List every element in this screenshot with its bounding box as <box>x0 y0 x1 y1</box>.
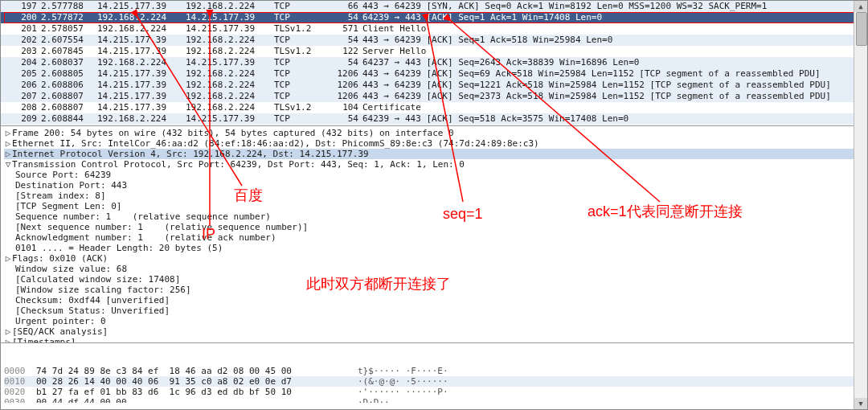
hex-offset: 0000 <box>4 366 36 376</box>
detail-srcport[interactable]: Source Port: 64239 <box>15 170 867 180</box>
col-time: 2.607554 <box>37 35 97 46</box>
detail-flags[interactable]: Flags: 0x010 (ACK) <box>12 253 867 264</box>
detail-seglen[interactable]: [TCP Segment Len: 0] <box>15 201 867 211</box>
packet-details-pane[interactable]: ▷Frame 200: 54 bytes on wire (432 bits),… <box>1 126 867 343</box>
col-time: 2.577872 <box>37 12 97 23</box>
col-destination: 192.168.2.224 <box>186 91 274 102</box>
scroll-down-arrow[interactable]: ▼ <box>854 398 867 403</box>
hex-bytes: b1 27 fa ef 01 bb 83 d6 1c 96 d3 ed db b… <box>36 387 358 397</box>
col-time: 2.607845 <box>37 46 97 57</box>
detail-urg[interactable]: Urgent pointer: 0 <box>15 316 867 326</box>
col-time: 2.608844 <box>37 113 97 125</box>
col-info: 64239 → 443 [ACK] Seq=1 Ack=1 Win=17408 … <box>358 12 867 23</box>
detail-tcp[interactable]: Transmission Control Protocol, Src Port:… <box>12 159 867 170</box>
col-no: 205 <box>1 68 37 80</box>
col-protocol: TCP <box>274 12 330 23</box>
col-no: 206 <box>1 80 37 91</box>
detail-nextseq[interactable]: [Next sequence number: 1 (relative seque… <box>15 222 867 232</box>
detail-cksum[interactable]: Checksum: 0xdf44 [unverified] <box>15 295 867 305</box>
hex-pane[interactable]: 000074 7d 24 89 8e c3 84 ef 18 46 aa d2 … <box>1 343 867 403</box>
col-length: 1206 <box>330 80 358 91</box>
col-destination: 192.168.2.224 <box>186 102 274 113</box>
col-no: 202 <box>1 35 37 46</box>
packet-row[interactable]: 2092.608844192.168.2.22414.215.177.39TCP… <box>1 113 867 125</box>
col-no: 203 <box>1 46 37 57</box>
detail-seqack[interactable]: [SEQ/ACK analysis] <box>12 326 867 337</box>
col-time: 2.578057 <box>37 23 97 35</box>
packet-row[interactable]: 2012.578057192.168.2.22414.215.177.39TLS… <box>1 23 867 35</box>
detail-ack[interactable]: Acknowledgment number: 1 (relative ack n… <box>15 232 867 243</box>
detail-eth[interactable]: Ethernet II, Src: IntelCor_46:aa:d2 (84:… <box>12 138 867 149</box>
packet-row[interactable]: 2022.60755414.215.177.39192.168.2.224TCP… <box>1 35 867 46</box>
hex-row[interactable]: 003000 44 df 44 00 00·D·D·· <box>4 397 864 403</box>
packet-row[interactable]: 2062.60880614.215.177.39192.168.2.224TCP… <box>1 80 867 91</box>
col-protocol: TLSv1.2 <box>274 102 330 113</box>
col-source: 14.215.177.39 <box>97 91 186 102</box>
detail-stream[interactable]: [Stream index: 8] <box>15 191 867 201</box>
detail-dstport[interactable]: Destination Port: 443 <box>15 180 867 191</box>
col-info: Server Hello <box>358 46 867 57</box>
packet-row[interactable]: 2002.577872192.168.2.22414.215.177.39TCP… <box>1 12 867 23</box>
wireshark-window: 1972.57778814.215.177.39192.168.2.224TCP… <box>0 0 868 410</box>
detail-calcwin[interactable]: [Calculated window size: 17408] <box>15 274 867 285</box>
detail-win[interactable]: Window size value: 68 <box>15 264 867 274</box>
col-length: 1206 <box>330 91 358 102</box>
detail-timestamps[interactable]: [Timestamps] <box>12 337 867 343</box>
packet-row[interactable]: 2082.60880714.215.177.39192.168.2.224TLS… <box>1 102 867 113</box>
packet-list-pane[interactable]: 1972.57778814.215.177.39192.168.2.224TCP… <box>1 1 867 126</box>
caret-icon[interactable]: ▷ <box>4 253 12 264</box>
col-no: 201 <box>1 23 37 35</box>
col-info: Client Hello <box>358 23 867 35</box>
col-time: 2.608806 <box>37 80 97 91</box>
col-time: 2.608807 <box>37 91 97 102</box>
hex-bytes: 00 28 26 14 40 00 40 06 91 35 c0 a8 02 e… <box>36 376 358 387</box>
hex-row[interactable]: 000074 7d 24 89 8e c3 84 ef 18 46 aa d2 … <box>4 366 864 376</box>
col-source: 14.215.177.39 <box>97 46 186 57</box>
detail-ip[interactable]: Internet Protocol Version 4, Src: 192.16… <box>12 149 867 159</box>
col-source: 192.168.2.224 <box>97 12 186 23</box>
caret-open-icon[interactable]: ▽ <box>4 159 12 170</box>
col-no: 208 <box>1 102 37 113</box>
col-source: 14.215.177.39 <box>97 1 186 12</box>
hex-row[interactable]: 0020b1 27 fa ef 01 bb 83 d6 1c 96 d3 ed … <box>4 387 864 397</box>
col-info: 443 → 64239 [ACK] Seq=1 Ack=518 Win=2598… <box>358 35 867 46</box>
detail-ckstat[interactable]: [Checksum Status: Unverified] <box>15 305 867 316</box>
detail-seq[interactable]: Sequence number: 1 (relative sequence nu… <box>15 211 867 222</box>
hex-ascii: ·(&·@·@· ·5······ <box>358 376 448 387</box>
packet-row[interactable]: 2072.60880714.215.177.39192.168.2.224TCP… <box>1 91 867 102</box>
col-length: 104 <box>330 102 358 113</box>
col-time: 2.577788 <box>37 1 97 12</box>
col-source: 14.215.177.39 <box>97 35 186 46</box>
hex-row[interactable]: 001000 28 26 14 40 00 40 06 91 35 c0 a8 … <box>4 376 864 387</box>
col-source: 14.215.177.39 <box>97 68 186 80</box>
caret-icon[interactable]: ▷ <box>4 337 12 343</box>
col-destination: 14.215.177.39 <box>186 57 274 68</box>
col-info: 443 → 64239 [ACK] Seq=2373 Ack=518 Win=2… <box>358 91 867 102</box>
col-source: 192.168.2.224 <box>97 23 186 35</box>
col-info: Certificate <box>358 102 867 113</box>
caret-icon[interactable]: ▷ <box>4 326 12 337</box>
hex-scrollbar[interactable]: ▲ ▼ <box>854 343 867 403</box>
col-destination: 192.168.2.224 <box>186 35 274 46</box>
packet-row[interactable]: 2052.60880514.215.177.39192.168.2.224TCP… <box>1 68 867 80</box>
col-destination: 192.168.2.224 <box>186 68 274 80</box>
col-no: 200 <box>1 12 37 23</box>
caret-icon[interactable]: ▷ <box>4 149 12 159</box>
col-protocol: TLSv1.2 <box>274 46 330 57</box>
col-info: 443 → 64239 [SYN, ACK] Seq=0 Ack=1 Win=8… <box>358 1 867 12</box>
hex-offset: 0030 <box>4 397 36 403</box>
col-destination: 192.168.2.224 <box>186 80 274 91</box>
detail-hdrlen[interactable]: 0101 .... = Header Length: 20 bytes (5) <box>15 243 867 253</box>
col-length: 54 <box>330 113 358 125</box>
col-destination: 14.215.177.39 <box>186 12 274 23</box>
col-source: 14.215.177.39 <box>97 80 186 91</box>
packet-row[interactable]: 2042.608037192.168.2.22414.215.177.39TCP… <box>1 57 867 68</box>
col-no: 197 <box>1 1 37 12</box>
col-protocol: TCP <box>274 35 330 46</box>
detail-frame[interactable]: Frame 200: 54 bytes on wire (432 bits), … <box>12 128 867 138</box>
caret-icon[interactable]: ▷ <box>4 128 12 138</box>
packet-row[interactable]: 1972.57778814.215.177.39192.168.2.224TCP… <box>1 1 867 12</box>
detail-winscale[interactable]: [Window size scaling factor: 256] <box>15 285 867 295</box>
caret-icon[interactable]: ▷ <box>4 138 12 149</box>
packet-row[interactable]: 2032.60784514.215.177.39192.168.2.224TLS… <box>1 46 867 57</box>
